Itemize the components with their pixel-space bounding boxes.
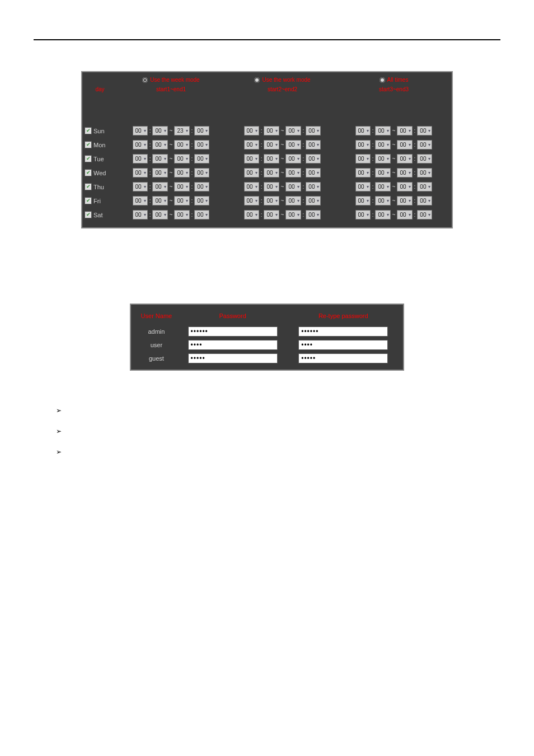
time-select[interactable]: 00▾: [244, 210, 259, 220]
time-select[interactable]: 00▾: [285, 182, 301, 192]
time-select[interactable]: 00▾: [152, 126, 167, 136]
mode-radio-week[interactable]: [142, 77, 148, 83]
time-select[interactable]: 00▾: [194, 196, 209, 206]
mode-radio-work[interactable]: [254, 77, 260, 83]
time-select[interactable]: 00▾: [306, 210, 321, 220]
time-select[interactable]: 00▾: [355, 126, 371, 136]
time-select[interactable]: 00▾: [417, 210, 432, 220]
time-select[interactable]: 00▾: [355, 182, 371, 192]
time-select[interactable]: 00▾: [244, 182, 259, 192]
time-select[interactable]: 00▾: [417, 140, 432, 150]
time-select[interactable]: 00▾: [244, 140, 259, 150]
time-select[interactable]: 00▾: [133, 140, 148, 150]
time-select[interactable]: 00▾: [375, 182, 390, 192]
time-select[interactable]: 00▾: [194, 168, 209, 178]
time-select[interactable]: 00▾: [133, 210, 148, 220]
time-select[interactable]: 00▾: [375, 154, 390, 164]
time-select[interactable]: 00▾: [174, 140, 189, 150]
time-select[interactable]: 00▾: [133, 126, 148, 136]
time-select[interactable]: 00▾: [375, 210, 390, 220]
time-select[interactable]: 00▾: [244, 196, 259, 206]
time-select[interactable]: 00▾: [152, 140, 167, 150]
time-select[interactable]: 00▾: [355, 154, 371, 164]
time-select[interactable]: 00▾: [194, 126, 209, 136]
time-select[interactable]: 00▾: [133, 182, 148, 192]
time-select[interactable]: 00▾: [194, 154, 209, 164]
time-select[interactable]: 00▾: [285, 140, 301, 150]
time-select[interactable]: 00▾: [194, 182, 209, 192]
time-select[interactable]: 00▾: [355, 210, 371, 220]
time-select[interactable]: 00▾: [417, 182, 432, 192]
time-select[interactable]: 00▾: [397, 182, 412, 192]
time-select[interactable]: 00▾: [417, 196, 432, 206]
time-select[interactable]: 00▾: [264, 140, 279, 150]
time-select[interactable]: 00▾: [264, 196, 279, 206]
time-select[interactable]: 00▾: [375, 140, 390, 150]
time-select[interactable]: 00▾: [244, 168, 259, 178]
password-field[interactable]: ••••: [188, 340, 278, 350]
time-select[interactable]: 00▾: [285, 168, 301, 178]
time-select[interactable]: 00▾: [174, 182, 189, 192]
time-select[interactable]: 00▾: [194, 210, 209, 220]
password-field[interactable]: ••••••: [188, 326, 278, 337]
time-select[interactable]: 00▾: [375, 126, 390, 136]
retype-password-field[interactable]: •••••: [298, 353, 388, 363]
time-select[interactable]: 00▾: [133, 168, 148, 178]
time-select[interactable]: 00▾: [306, 154, 321, 164]
time-select[interactable]: 00▾: [152, 196, 167, 206]
time-select[interactable]: 00▾: [375, 168, 390, 178]
time-select[interactable]: 00▾: [264, 182, 279, 192]
time-select[interactable]: 00▾: [417, 168, 432, 178]
mode-radio-all[interactable]: [380, 77, 385, 83]
day-checkbox[interactable]: ✔: [85, 211, 92, 218]
time-select[interactable]: 00▾: [133, 196, 148, 206]
time-select[interactable]: 00▾: [152, 210, 167, 220]
retype-password-field[interactable]: ••••: [298, 340, 388, 350]
day-checkbox[interactable]: ✔: [85, 141, 92, 148]
time-select[interactable]: 00▾: [152, 154, 167, 164]
time-select[interactable]: 00▾: [152, 182, 167, 192]
time-select[interactable]: 00▾: [264, 210, 279, 220]
time-select[interactable]: 00▾: [244, 154, 259, 164]
day-checkbox[interactable]: ✔: [85, 169, 92, 176]
time-select[interactable]: 00▾: [375, 196, 390, 206]
time-select[interactable]: 00▾: [285, 126, 301, 136]
time-select[interactable]: 00▾: [174, 210, 189, 220]
time-select[interactable]: 00▾: [264, 154, 279, 164]
time-select[interactable]: 00▾: [306, 196, 321, 206]
time-select[interactable]: 00▾: [152, 168, 167, 178]
time-select[interactable]: 00▾: [355, 196, 371, 206]
time-select[interactable]: 00▾: [397, 210, 412, 220]
time-select[interactable]: 00▾: [194, 140, 209, 150]
time-select[interactable]: 00▾: [244, 126, 259, 136]
day-checkbox[interactable]: ✔: [85, 183, 92, 190]
time-select[interactable]: 00▾: [174, 154, 189, 164]
time-select[interactable]: 00▾: [264, 168, 279, 178]
time-select[interactable]: 00▾: [397, 168, 412, 178]
time-select[interactable]: 00▾: [417, 126, 432, 136]
time-select[interactable]: 00▾: [264, 126, 279, 136]
time-select[interactable]: 00▾: [397, 140, 412, 150]
time-select[interactable]: 00▾: [397, 196, 412, 206]
time-select[interactable]: 00▾: [306, 182, 321, 192]
time-select[interactable]: 00▾: [285, 210, 301, 220]
time-select[interactable]: 00▾: [306, 126, 321, 136]
day-checkbox[interactable]: ✔: [85, 197, 92, 204]
time-select[interactable]: 00▾: [174, 168, 189, 178]
time-select[interactable]: 00▾: [355, 168, 371, 178]
day-checkbox[interactable]: ✔: [85, 127, 92, 134]
time-select[interactable]: 00▾: [285, 196, 301, 206]
time-select[interactable]: 00▾: [306, 168, 321, 178]
time-select[interactable]: 00▾: [397, 154, 412, 164]
time-select[interactable]: 00▾: [417, 154, 432, 164]
time-select[interactable]: 00▾: [133, 154, 148, 164]
time-select[interactable]: 23▾: [174, 126, 189, 136]
time-select[interactable]: 00▾: [397, 126, 412, 136]
time-select[interactable]: 00▾: [174, 196, 189, 206]
time-select[interactable]: 00▾: [285, 154, 301, 164]
day-checkbox[interactable]: ✔: [85, 155, 92, 162]
time-select[interactable]: 00▾: [306, 140, 321, 150]
password-field[interactable]: •••••: [188, 353, 278, 363]
retype-password-field[interactable]: ••••••: [298, 326, 388, 337]
time-select[interactable]: 00▾: [355, 140, 371, 150]
